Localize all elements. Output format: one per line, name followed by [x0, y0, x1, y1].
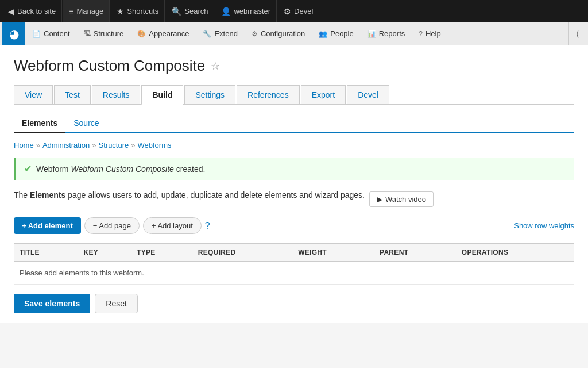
- form-actions: Save elements Reset: [14, 285, 574, 323]
- breadcrumb: Home » Administration » Structure » Webf…: [14, 141, 574, 150]
- tab-build[interactable]: Build: [141, 85, 183, 105]
- nav-structure[interactable]: 🏗 Structure: [77, 22, 131, 45]
- nav-content[interactable]: 📄 Content: [25, 22, 77, 45]
- tab-devel[interactable]: Devel: [347, 85, 389, 104]
- col-title: TITLE: [14, 244, 78, 262]
- admin-bar: ◀ Back to site ≡ Manage ★ Shortcuts 🔍 Se…: [0, 0, 588, 22]
- content-icon: 📄: [32, 30, 41, 38]
- appearance-icon: 🎨: [137, 30, 146, 38]
- help-question-icon[interactable]: ?: [205, 221, 210, 231]
- tab-view[interactable]: View: [14, 85, 53, 104]
- subtab-elements[interactable]: Elements: [14, 114, 65, 133]
- subtab-source[interactable]: Source: [65, 114, 107, 133]
- back-arrow-icon: ◀: [8, 7, 14, 16]
- action-buttons: + Add element + Add page + Add layout ? …: [14, 217, 574, 234]
- breadcrumb-home[interactable]: Home: [14, 141, 34, 150]
- manage-link[interactable]: ≡ Manage: [63, 0, 110, 22]
- table-body: Please add elements to this webform.: [14, 262, 574, 285]
- breadcrumb-webforms[interactable]: Webforms: [138, 141, 172, 150]
- star-icon: ★: [117, 7, 124, 16]
- tab-results[interactable]: Results: [92, 85, 141, 104]
- reset-button[interactable]: Reset: [95, 294, 138, 313]
- add-layout-button[interactable]: + Add layout: [143, 217, 202, 234]
- save-elements-button[interactable]: Save elements: [14, 294, 90, 313]
- shortcuts-link[interactable]: ★ Shortcuts: [111, 0, 165, 22]
- tabs-row: View Test Results Build Settings Referen…: [14, 85, 574, 105]
- add-page-button[interactable]: + Add page: [84, 217, 140, 234]
- favorite-icon[interactable]: ☆: [211, 60, 220, 72]
- search-link[interactable]: 🔍 Search: [166, 0, 214, 22]
- devel-link[interactable]: ⚙ Devel: [278, 0, 319, 22]
- success-checkmark-icon: ✔: [24, 163, 32, 174]
- col-type: TYPE: [131, 244, 192, 262]
- col-weight: WEIGHT: [292, 244, 374, 262]
- page-title: Webform Custom Composite: [14, 57, 205, 75]
- nav-people[interactable]: 👥 People: [312, 22, 360, 45]
- add-element-button[interactable]: + Add element: [14, 217, 81, 234]
- nav-appearance[interactable]: 🎨 Appearance: [130, 22, 196, 45]
- description-row: The Elements page allows users to add, u…: [14, 189, 574, 209]
- elements-table: TITLE KEY TYPE REQUIRED WEIGHT PARENT OP…: [14, 243, 574, 285]
- empty-message: Please add elements to this webform.: [14, 262, 574, 285]
- reports-icon: 📊: [368, 30, 376, 38]
- nav-reports[interactable]: 📊 Reports: [361, 22, 412, 45]
- nav-collapse-button[interactable]: ⟨: [568, 22, 586, 45]
- col-required: REQUIRED: [192, 244, 292, 262]
- manage-icon: ≡: [69, 7, 74, 16]
- play-icon: ▶: [377, 195, 382, 204]
- back-to-site-link[interactable]: ◀ Back to site: [2, 0, 62, 22]
- secondary-nav: ◕ 📄 Content 🏗 Structure 🎨 Appearance 🔧 E…: [0, 22, 588, 45]
- drupal-logo: ◕: [2, 22, 25, 45]
- nav-extend[interactable]: 🔧 Extend: [196, 22, 244, 45]
- webmaster-link[interactable]: 👤 webmaster: [215, 0, 277, 22]
- tab-test[interactable]: Test: [54, 85, 91, 104]
- help-icon: ?: [419, 30, 423, 38]
- gear-icon: ⚙: [284, 7, 291, 16]
- table-empty-row: Please add elements to this webform.: [14, 262, 574, 285]
- col-operations: OPERATIONS: [456, 244, 574, 262]
- structure-icon: 🏗: [84, 30, 91, 38]
- configuration-icon: ⚙: [252, 30, 258, 38]
- sub-tabs-row: Elements Source: [14, 114, 574, 133]
- search-icon: 🔍: [172, 7, 181, 16]
- breadcrumb-structure[interactable]: Structure: [99, 141, 129, 150]
- nav-help[interactable]: ? Help: [412, 22, 447, 45]
- col-key: KEY: [78, 244, 131, 262]
- user-icon: 👤: [221, 7, 231, 16]
- tab-export[interactable]: Export: [301, 85, 346, 104]
- table-header: TITLE KEY TYPE REQUIRED WEIGHT PARENT OP…: [14, 244, 574, 262]
- main-content: Webform Custom Composite ☆ View Test Res…: [0, 45, 588, 323]
- people-icon: 👥: [319, 30, 327, 38]
- page-title-row: Webform Custom Composite ☆: [14, 57, 574, 75]
- watch-video-button[interactable]: ▶ Watch video: [369, 191, 434, 207]
- nav-configuration[interactable]: ⚙ Configuration: [245, 22, 312, 45]
- tab-settings[interactable]: Settings: [184, 85, 235, 104]
- tab-references[interactable]: References: [237, 85, 300, 104]
- breadcrumb-administration[interactable]: Administration: [42, 141, 90, 150]
- show-row-weights-link[interactable]: Show row weights: [514, 221, 574, 230]
- extend-icon: 🔧: [203, 30, 211, 38]
- description-text: The Elements page allows users to add, u…: [14, 189, 365, 201]
- success-message: ✔ Webform Webform Custom Composite creat…: [14, 158, 574, 180]
- col-parent: PARENT: [374, 244, 456, 262]
